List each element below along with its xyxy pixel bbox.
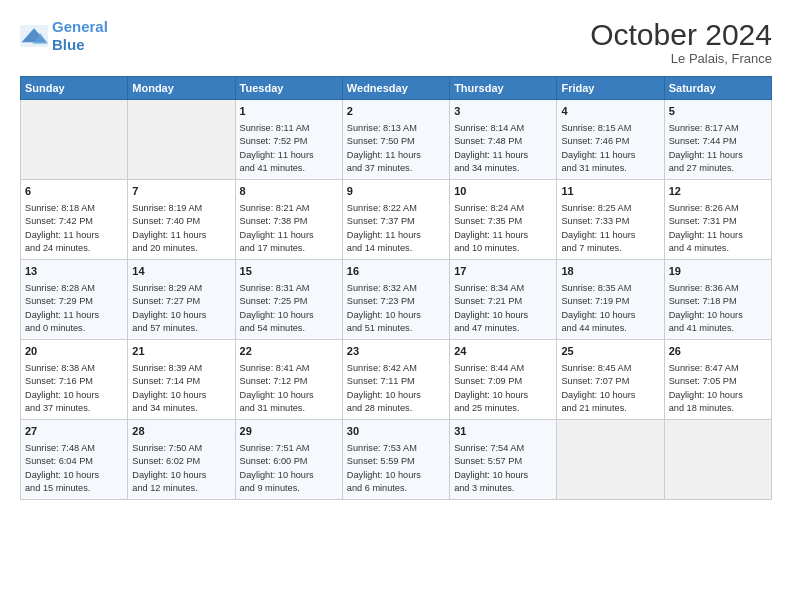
cell-text: Sunrise: 8:17 AM [669, 122, 767, 135]
cell-text: Sunrise: 8:24 AM [454, 202, 552, 215]
cell-text: Daylight: 10 hours [240, 389, 338, 402]
cell-text: Sunrise: 8:47 AM [669, 362, 767, 375]
cell-text: Daylight: 11 hours [669, 149, 767, 162]
calendar-cell: 17Sunrise: 8:34 AMSunset: 7:21 PMDayligh… [450, 260, 557, 340]
cell-text: and 37 minutes. [25, 402, 123, 415]
title-block: October 2024 Le Palais, France [590, 18, 772, 66]
cell-text: Sunset: 6:02 PM [132, 455, 230, 468]
header-day: Tuesday [235, 77, 342, 100]
cell-text: and 31 minutes. [561, 162, 659, 175]
cell-text: and 34 minutes. [132, 402, 230, 415]
cell-text: Sunset: 7:40 PM [132, 215, 230, 228]
cell-text: and 3 minutes. [454, 482, 552, 495]
day-number: 26 [669, 344, 767, 360]
calendar-cell: 25Sunrise: 8:45 AMSunset: 7:07 PMDayligh… [557, 340, 664, 420]
day-number: 11 [561, 184, 659, 200]
cell-text: Sunset: 7:37 PM [347, 215, 445, 228]
cell-text: Sunrise: 8:29 AM [132, 282, 230, 295]
logo-text: General Blue [52, 18, 108, 54]
calendar-cell [21, 100, 128, 180]
cell-text: Sunset: 7:18 PM [669, 295, 767, 308]
cell-text: and 17 minutes. [240, 242, 338, 255]
cell-text: Sunset: 7:14 PM [132, 375, 230, 388]
calendar-cell: 4Sunrise: 8:15 AMSunset: 7:46 PMDaylight… [557, 100, 664, 180]
cell-text: and 47 minutes. [454, 322, 552, 335]
cell-text: Sunrise: 8:32 AM [347, 282, 445, 295]
calendar-cell [557, 420, 664, 500]
header-day: Monday [128, 77, 235, 100]
month-title: October 2024 [590, 18, 772, 51]
cell-text: Sunrise: 7:50 AM [132, 442, 230, 455]
cell-text: Daylight: 11 hours [454, 149, 552, 162]
calendar-cell: 8Sunrise: 8:21 AMSunset: 7:38 PMDaylight… [235, 180, 342, 260]
cell-text: Sunset: 5:59 PM [347, 455, 445, 468]
calendar-cell: 21Sunrise: 8:39 AMSunset: 7:14 PMDayligh… [128, 340, 235, 420]
day-number: 14 [132, 264, 230, 280]
cell-text: Sunset: 6:00 PM [240, 455, 338, 468]
cell-text: Sunrise: 8:22 AM [347, 202, 445, 215]
day-number: 20 [25, 344, 123, 360]
cell-text: Daylight: 10 hours [669, 309, 767, 322]
day-number: 9 [347, 184, 445, 200]
cell-text: and 15 minutes. [25, 482, 123, 495]
day-number: 19 [669, 264, 767, 280]
cell-text: Sunset: 7:16 PM [25, 375, 123, 388]
calendar-cell: 14Sunrise: 8:29 AMSunset: 7:27 PMDayligh… [128, 260, 235, 340]
cell-text: Sunset: 7:23 PM [347, 295, 445, 308]
logo: General Blue [20, 18, 108, 54]
calendar-cell: 23Sunrise: 8:42 AMSunset: 7:11 PMDayligh… [342, 340, 449, 420]
header-day: Thursday [450, 77, 557, 100]
cell-text: Daylight: 11 hours [25, 229, 123, 242]
calendar-cell: 31Sunrise: 7:54 AMSunset: 5:57 PMDayligh… [450, 420, 557, 500]
calendar-cell: 11Sunrise: 8:25 AMSunset: 7:33 PMDayligh… [557, 180, 664, 260]
calendar-cell: 26Sunrise: 8:47 AMSunset: 7:05 PMDayligh… [664, 340, 771, 420]
cell-text: Sunrise: 8:41 AM [240, 362, 338, 375]
day-number: 15 [240, 264, 338, 280]
location: Le Palais, France [590, 51, 772, 66]
cell-text: and 34 minutes. [454, 162, 552, 175]
cell-text: Daylight: 11 hours [240, 149, 338, 162]
cell-text: Sunset: 7:44 PM [669, 135, 767, 148]
cell-text: Daylight: 10 hours [132, 309, 230, 322]
week-row: 27Sunrise: 7:48 AMSunset: 6:04 PMDayligh… [21, 420, 772, 500]
calendar-cell: 10Sunrise: 8:24 AMSunset: 7:35 PMDayligh… [450, 180, 557, 260]
cell-text: Daylight: 10 hours [25, 469, 123, 482]
day-number: 29 [240, 424, 338, 440]
cell-text: Sunset: 7:09 PM [454, 375, 552, 388]
calendar-cell: 28Sunrise: 7:50 AMSunset: 6:02 PMDayligh… [128, 420, 235, 500]
day-number: 22 [240, 344, 338, 360]
cell-text: Sunset: 7:48 PM [454, 135, 552, 148]
cell-text: and 7 minutes. [561, 242, 659, 255]
day-number: 16 [347, 264, 445, 280]
cell-text: Daylight: 11 hours [25, 309, 123, 322]
cell-text: and 14 minutes. [347, 242, 445, 255]
cell-text: Sunset: 7:29 PM [25, 295, 123, 308]
cell-text: Daylight: 10 hours [454, 309, 552, 322]
day-number: 3 [454, 104, 552, 120]
cell-text: Sunset: 5:57 PM [454, 455, 552, 468]
cell-text: Sunset: 7:38 PM [240, 215, 338, 228]
day-number: 24 [454, 344, 552, 360]
calendar-cell: 2Sunrise: 8:13 AMSunset: 7:50 PMDaylight… [342, 100, 449, 180]
calendar-cell [128, 100, 235, 180]
cell-text: Daylight: 11 hours [561, 229, 659, 242]
cell-text: and 31 minutes. [240, 402, 338, 415]
day-number: 1 [240, 104, 338, 120]
cell-text: and 51 minutes. [347, 322, 445, 335]
cell-text: Sunset: 7:42 PM [25, 215, 123, 228]
cell-text: and 6 minutes. [347, 482, 445, 495]
cell-text: Daylight: 10 hours [132, 469, 230, 482]
cell-text: and 18 minutes. [669, 402, 767, 415]
cell-text: and 0 minutes. [25, 322, 123, 335]
day-number: 4 [561, 104, 659, 120]
cell-text: Daylight: 10 hours [561, 309, 659, 322]
calendar-cell [664, 420, 771, 500]
cell-text: Sunset: 7:33 PM [561, 215, 659, 228]
cell-text: and 24 minutes. [25, 242, 123, 255]
day-number: 21 [132, 344, 230, 360]
cell-text: Sunrise: 8:39 AM [132, 362, 230, 375]
cell-text: Sunrise: 8:26 AM [669, 202, 767, 215]
cell-text: Sunset: 7:12 PM [240, 375, 338, 388]
cell-text: and 57 minutes. [132, 322, 230, 335]
cell-text: Daylight: 11 hours [132, 229, 230, 242]
